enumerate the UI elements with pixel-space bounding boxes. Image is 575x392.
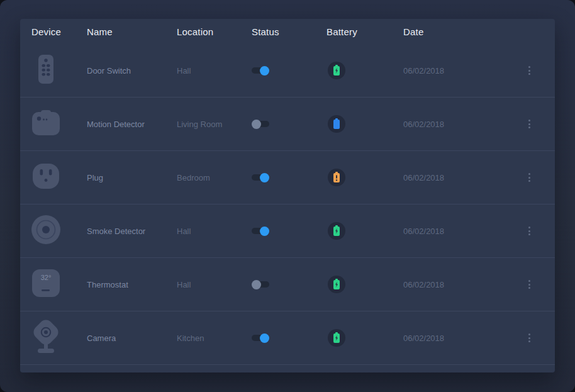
device-location: Living Room	[177, 120, 252, 129]
motion-detector-icon	[32, 110, 60, 138]
device-location: Hall	[177, 66, 252, 76]
thermostat-icon: 32°	[32, 269, 60, 300]
device-location: Hall	[177, 280, 252, 289]
column-header-location: Location	[177, 26, 252, 37]
table-row: Motion Detector Living Room	[20, 98, 555, 151]
device-date: 06/02/2018	[403, 280, 523, 289]
device-name: Door Switch	[87, 66, 177, 76]
table-header-row: Device Name Location Status Battery Date	[20, 19, 555, 44]
toggle-knob	[260, 66, 269, 76]
table-row: Door Switch Hall 06/02/2018	[20, 44, 555, 98]
device-name: Motion Detector	[87, 120, 177, 129]
row-menu-button[interactable]	[523, 116, 535, 132]
status-toggle[interactable]	[252, 173, 269, 182]
kebab-icon	[528, 280, 530, 282]
battery-icon	[333, 225, 340, 237]
battery-indicator	[328, 115, 345, 133]
column-header-status: Status	[252, 26, 327, 37]
toggle-knob	[252, 120, 261, 129]
row-menu-button[interactable]	[523, 330, 535, 345]
status-toggle[interactable]	[252, 227, 269, 236]
status-toggle[interactable]	[252, 280, 269, 289]
battery-icon	[333, 172, 340, 183]
battery-icon	[333, 332, 340, 344]
column-header-device: Device	[31, 26, 87, 37]
device-date: 06/02/2018	[403, 173, 523, 182]
toggle-knob	[260, 333, 269, 343]
row-menu-button[interactable]	[523, 223, 535, 238]
device-location: Bedroom	[177, 173, 252, 182]
smoke-detector-icon	[31, 215, 60, 247]
device-location: Hall	[177, 227, 252, 236]
device-name: Plug	[87, 173, 177, 182]
device-location: Kitchen	[177, 333, 252, 343]
toggle-knob	[260, 173, 269, 182]
device-date: 06/02/2018	[403, 120, 523, 129]
device-name: Smoke Detector	[87, 227, 177, 236]
table-body: Door Switch Hall 06/02/2018	[20, 44, 555, 365]
column-header-battery: Battery	[327, 26, 403, 37]
status-toggle[interactable]	[252, 120, 269, 129]
battery-indicator	[328, 276, 345, 293]
camera-icon	[32, 320, 60, 356]
table-row: Camera Kitchen 06/02/2018	[20, 311, 555, 365]
kebab-icon	[528, 66, 530, 68]
table-row: 32° Thermostat Hall	[20, 258, 555, 311]
kebab-icon	[528, 120, 530, 121]
battery-indicator	[328, 329, 345, 347]
row-menu-button[interactable]	[523, 63, 535, 78]
table-row: Smoke Detector Hall 06/02/2	[20, 204, 555, 258]
app-frame: Device Name Location Status Battery Date	[0, 0, 575, 392]
table-row: Plug Bedroom 06/02/2018	[20, 151, 555, 204]
device-date: 06/02/2018	[403, 333, 523, 343]
column-header-name: Name	[87, 26, 177, 37]
device-date: 06/02/2018	[403, 227, 523, 236]
kebab-icon	[528, 227, 530, 228]
battery-icon	[333, 65, 340, 76]
toggle-knob	[260, 227, 269, 236]
toggle-knob	[252, 280, 261, 289]
kebab-icon	[528, 333, 530, 335]
battery-indicator	[328, 62, 345, 79]
plug-icon	[33, 164, 59, 191]
battery-indicator	[328, 222, 345, 240]
battery-indicator	[328, 169, 345, 186]
row-menu-button[interactable]	[523, 277, 535, 292]
column-header-date: Date	[403, 26, 523, 37]
device-table-panel: Device Name Location Status Battery Date	[20, 19, 555, 372]
device-date: 06/02/2018	[403, 66, 523, 76]
remote-icon	[38, 55, 53, 86]
battery-icon	[333, 279, 340, 290]
kebab-icon	[528, 173, 530, 175]
status-toggle[interactable]	[252, 333, 269, 343]
battery-icon	[333, 118, 340, 130]
status-toggle[interactable]	[252, 66, 269, 76]
device-name: Camera	[87, 333, 177, 343]
svg-text:32°: 32°	[41, 274, 52, 281]
device-name: Thermostat	[87, 280, 177, 289]
row-menu-button[interactable]	[523, 170, 535, 185]
